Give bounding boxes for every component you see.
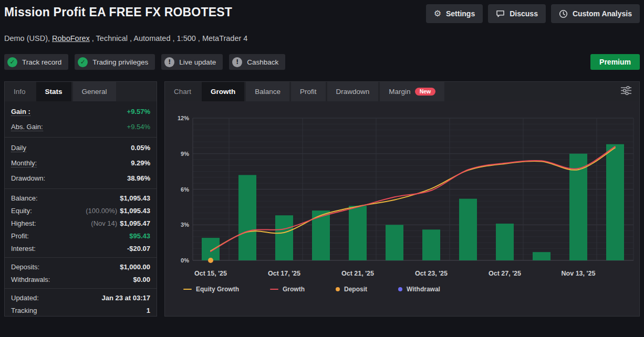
stat-row-equity: Equity:(100.00%)$1,095.43	[11, 204, 150, 217]
legend-item-deposit[interactable]: Deposit	[336, 286, 367, 293]
stat-value-note: (100.00%)	[86, 207, 117, 215]
badge-label: Live update	[179, 58, 216, 66]
y-axis-label: 3%	[181, 222, 189, 228]
growth-bar[interactable]	[238, 175, 256, 260]
settings-button[interactable]: ⚙Settings	[426, 4, 483, 23]
tab-label: Balance	[255, 88, 281, 96]
legend-label: Deposit	[344, 286, 367, 293]
top-bar: Mission Profit EA FREE FX ROBOTEST ⚙Sett…	[4, 4, 640, 23]
exclamation-circle-icon: !	[232, 57, 242, 67]
badge-label: Cashback	[247, 58, 278, 66]
x-axis-label: Oct 27, '25	[489, 270, 521, 277]
growth-bar[interactable]	[275, 215, 293, 260]
tab-growth[interactable]: Growth	[202, 82, 244, 101]
growth-bar[interactable]	[422, 229, 440, 260]
stat-value: $1,095.43	[120, 194, 150, 202]
y-axis-label: 6%	[181, 186, 189, 193]
legend-item-equity-growth[interactable]: Equity Growth	[183, 286, 239, 293]
growth-bar[interactable]	[202, 238, 220, 260]
growth-bar[interactable]	[533, 252, 550, 260]
stat-value-note: (Nov 14)	[91, 219, 117, 227]
account-meta-suffix: , Technical , Automated , 1:500 , MetaTr…	[90, 34, 248, 43]
clock-icon	[559, 9, 568, 18]
stat-label: Profit:	[11, 232, 29, 240]
stat-label: Deposits:	[11, 263, 39, 271]
line-swatch-icon	[183, 289, 192, 290]
tab-general[interactable]: General	[73, 82, 116, 101]
stat-row-daily: Daily0.05%	[11, 140, 150, 155]
stat-value: 0.05%	[131, 144, 150, 152]
x-axis-label: Oct 17, '25	[268, 270, 300, 277]
verification-badges-row: ✓Track record✓Trading privileges!Live up…	[4, 54, 640, 70]
x-axis-label: Oct 23, '25	[415, 270, 448, 277]
stat-row-interest: Interest:-$20.07	[11, 242, 150, 255]
tab-info[interactable]: Info	[5, 82, 35, 101]
chart-settings-button[interactable]	[621, 82, 639, 101]
badge-track-record[interactable]: ✓Track record	[4, 54, 68, 70]
stat-label[interactable]: Monthly:	[11, 159, 37, 167]
growth-chart-svg[interactable]: 0%3%6%9%12%Oct 15, '25Oct 17, '25Oct 21,…	[165, 101, 640, 281]
premium-button[interactable]: Premium	[590, 54, 640, 70]
line-swatch-icon	[270, 289, 278, 290]
stat-value: +9.57%	[127, 108, 150, 115]
stat-label[interactable]: Abs. Gain:	[11, 123, 43, 131]
legend-item-growth[interactable]: Growth	[270, 286, 305, 293]
badge-live-update[interactable]: !Live update	[161, 54, 223, 70]
account-meta: Demo (USD), RoboForex , Technical , Auto…	[4, 34, 640, 43]
stat-label: Interest:	[11, 245, 36, 252]
stat-row-updated: Updated:Jan 23 at 03:17	[11, 291, 150, 304]
stat-label[interactable]: Daily	[11, 144, 26, 152]
stat-value: $95.43	[129, 232, 150, 240]
gear-icon: ⚙	[434, 9, 441, 18]
stat-label: Balance:	[11, 194, 38, 202]
equity-growth-line[interactable]	[211, 148, 615, 251]
stat-value: 1	[147, 307, 150, 314]
stat-value: 38.96%	[127, 174, 150, 182]
exclamation-circle-icon: !	[164, 57, 174, 67]
tab-profit[interactable]: Profit	[291, 82, 326, 101]
growth-bar[interactable]	[386, 225, 403, 260]
badge-cashback[interactable]: !Cashback	[229, 54, 285, 70]
growth-bar[interactable]	[459, 199, 477, 260]
tab-stats[interactable]: Stats	[36, 82, 71, 101]
stat-label: Equity:	[11, 207, 32, 215]
tab-margin[interactable]: MarginNew	[380, 82, 444, 101]
stats-group: Daily0.05%Monthly:9.29%Drawdown:38.96%	[5, 137, 157, 188]
tab-drawdown[interactable]: Drawdown	[327, 82, 379, 101]
legend-item-withdrawal[interactable]: Withdrawal	[398, 286, 440, 293]
tab-label: Profit	[300, 88, 317, 96]
legend-label: Equity Growth	[196, 286, 239, 293]
deposit-marker[interactable]	[208, 258, 213, 263]
stat-value: (100.00%)$1,095.43	[86, 207, 150, 215]
growth-bar[interactable]	[606, 144, 624, 260]
stat-row-withdrawals: Withdrawals:$0.00	[11, 273, 150, 286]
tab-chart[interactable]: Chart	[165, 82, 200, 101]
chart-card: ChartGrowthBalanceProfitDrawdownMarginNe…	[164, 81, 640, 317]
badge-trading-privileges[interactable]: ✓Trading privileges	[75, 54, 155, 70]
growth-bar[interactable]	[496, 224, 514, 260]
x-axis-label: Oct 21, '25	[341, 270, 374, 277]
growth-chart[interactable]: 0%3%6%9%12%Oct 15, '25Oct 17, '25Oct 21,…	[165, 101, 639, 283]
tab-label: Growth	[211, 88, 235, 96]
tab-label: Margin	[389, 88, 410, 96]
stats-card: InfoStatsGeneral Gain :+9.57%Abs. Gain:+…	[4, 81, 157, 317]
stat-row-drawdown: Drawdown:38.96%	[11, 171, 150, 186]
x-axis-label: Oct 15, '25	[194, 270, 227, 277]
button-label: Discuss	[510, 9, 538, 18]
growth-line[interactable]	[211, 146, 615, 251]
growth-bar[interactable]	[349, 206, 367, 260]
stats-tabbar: InfoStatsGeneral	[5, 82, 157, 101]
discuss-button[interactable]: Discuss	[488, 4, 546, 23]
account-page: Mission Profit EA FREE FX ROBOTEST ⚙Sett…	[0, 0, 644, 337]
x-axis-label: Nov 13, '25	[562, 270, 596, 277]
broker-link[interactable]: RoboForex	[52, 34, 90, 43]
stat-value: +9.54%	[127, 123, 150, 131]
tab-balance[interactable]: Balance	[246, 82, 289, 101]
legend-label: Growth	[283, 286, 305, 293]
stat-label[interactable]: Gain :	[11, 108, 30, 116]
custom-analysis-button[interactable]: Custom Analysis	[551, 4, 640, 23]
stat-label: Updated:	[11, 294, 39, 302]
y-axis-label: 12%	[178, 115, 189, 121]
tab-label: Chart	[174, 88, 191, 96]
stat-row-abs-gain: Abs. Gain:+9.54%	[11, 119, 150, 134]
